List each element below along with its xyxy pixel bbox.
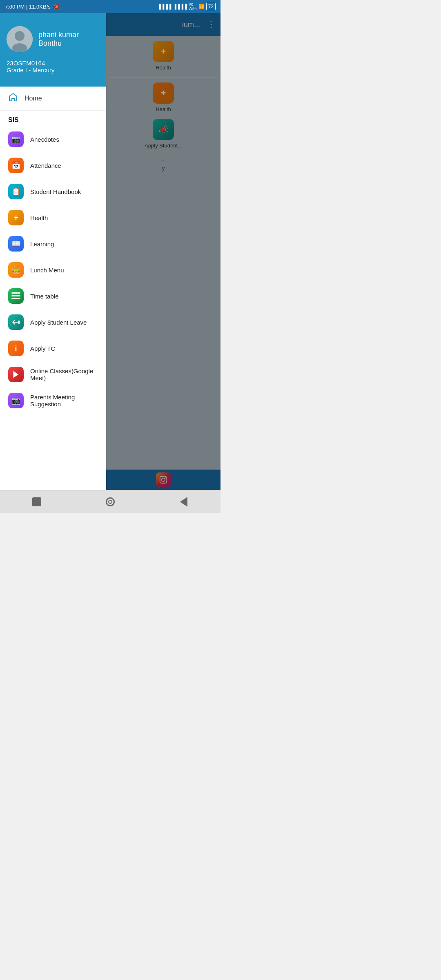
navigation-drawer: phani kumar Bonthu 23OSEM0164 Grade I - …: [0, 13, 106, 490]
menu-item-learning[interactable]: 📖 Learning: [0, 231, 106, 257]
menu-item-lunch[interactable]: 🍔 Lunch Menu: [0, 257, 106, 283]
svg-rect-6: [18, 321, 20, 323]
drawer-navigation: Home SIS 📷 Anecdotes 📅 Attendance 📋 Stud…: [0, 87, 106, 414]
status-time: 7:00 PM: [5, 4, 24, 10]
timetable-label: Time table: [30, 293, 58, 300]
student-grade-text: Grade I - Mercury: [7, 67, 100, 74]
back-button-icon: [180, 497, 187, 507]
menu-item-handbook[interactable]: 📋 Student Handbook: [0, 178, 106, 205]
home-button[interactable]: [103, 494, 118, 509]
handbook-label: Student Handbook: [30, 188, 81, 195]
user-name: phani kumar Bonthu: [38, 31, 100, 48]
user-info-row: phani kumar Bonthu: [7, 26, 100, 52]
menu-item-health[interactable]: + Health: [0, 205, 106, 231]
home-button-icon: [106, 497, 115, 506]
recent-apps-button[interactable]: [29, 494, 44, 509]
student-id: 23OSEM0164 Grade I - Mercury: [7, 58, 100, 74]
mute-icon: 🔕: [53, 4, 60, 10]
svg-marker-7: [13, 371, 19, 378]
health-icon: +: [8, 210, 24, 225]
lunch-label: Lunch Menu: [30, 267, 64, 274]
svg-rect-5: [11, 298, 20, 299]
attendance-label: Attendance: [30, 162, 61, 169]
battery-icon: 72: [206, 3, 216, 10]
online-classes-icon: [8, 367, 24, 382]
menu-item-attendance[interactable]: 📅 Attendance: [0, 152, 106, 178]
content-row: phani kumar Bonthu 23OSEM0164 Grade I - …: [0, 13, 220, 490]
recent-apps-icon: [32, 497, 41, 506]
attendance-icon: 📅: [8, 158, 24, 173]
online-classes-label: Online Classes(Google Meet): [30, 368, 98, 381]
drawer-scrim[interactable]: [106, 13, 220, 490]
home-label: Home: [24, 95, 42, 102]
signal-icon2: ▐▐▐▐: [173, 4, 187, 9]
system-nav-bar: [0, 490, 220, 513]
handbook-icon: 📋: [8, 184, 24, 199]
battery-level: 72: [208, 4, 214, 9]
status-network: 11.0KB/s: [29, 4, 51, 10]
app-root: 7:00 PM | 11.0KB/s 🔕 ▐▐▐▐ ▐▐▐▐ VoWiFi 📶 …: [0, 0, 220, 513]
status-separator: |: [26, 4, 29, 10]
lunch-icon: 🍔: [8, 262, 24, 278]
apply-leave-icon: [8, 314, 24, 330]
right-panel-background: ium... ⋮ + Health: [106, 13, 220, 490]
apply-tc-icon: i: [8, 341, 24, 356]
svg-point-1: [15, 31, 24, 41]
menu-item-anecdotes[interactable]: 📷 Anecdotes: [0, 126, 106, 152]
menu-item-online-classes[interactable]: Online Classes(Google Meet): [0, 361, 106, 388]
apply-leave-label: Apply Student Leave: [30, 319, 87, 326]
anecdotes-label: Anecdotes: [30, 136, 59, 143]
parents-meeting-label: Parents Meeting Suggestion: [30, 394, 98, 408]
svg-rect-3: [11, 292, 20, 294]
status-time-network: 7:00 PM | 11.0KB/s 🔕: [5, 4, 60, 10]
menu-item-parents-meeting[interactable]: 📷 Parents Meeting Suggestion: [0, 388, 106, 414]
svg-rect-4: [11, 295, 20, 296]
timetable-icon: [8, 288, 24, 304]
menu-item-timetable[interactable]: Time table: [0, 283, 106, 309]
home-icon: [8, 92, 18, 105]
learning-icon: 📖: [8, 236, 24, 252]
menu-item-apply-tc[interactable]: i Apply TC: [0, 335, 106, 361]
user-avatar: [7, 26, 33, 52]
status-right-icons: ▐▐▐▐ ▐▐▐▐ VoWiFi 📶 72: [158, 2, 216, 11]
parents-meeting-icon: 📷: [8, 393, 24, 408]
vowifi-label: VoWiFi: [189, 2, 197, 11]
anecdotes-icon: 📷: [8, 131, 24, 147]
menu-items-list: 📷 Anecdotes 📅 Attendance 📋 Student Handb…: [0, 126, 106, 414]
student-id-text: 23OSEM0164: [7, 60, 100, 67]
health-label: Health: [30, 214, 48, 221]
wifi-icon: 📶: [198, 4, 205, 9]
drawer-header: phani kumar Bonthu 23OSEM0164 Grade I - …: [0, 13, 106, 87]
sis-section-label: SIS: [0, 111, 106, 126]
back-button[interactable]: [176, 494, 191, 509]
apply-tc-label: Apply TC: [30, 345, 55, 352]
signal-icon1: ▐▐▐▐: [158, 4, 172, 9]
status-bar: 7:00 PM | 11.0KB/s 🔕 ▐▐▐▐ ▐▐▐▐ VoWiFi 📶 …: [0, 0, 220, 13]
home-menu-item[interactable]: Home: [0, 87, 106, 111]
menu-item-apply-leave[interactable]: Apply Student Leave: [0, 309, 106, 335]
learning-label: Learning: [30, 241, 54, 247]
